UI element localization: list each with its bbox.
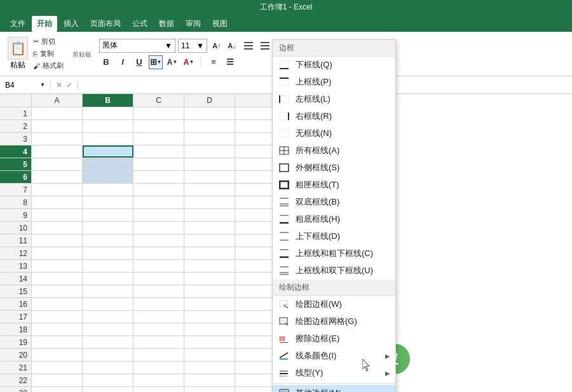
row-num-1[interactable]: 1 — [0, 107, 32, 119]
cell-D21[interactable] — [184, 362, 235, 374]
row-num-17[interactable]: 17 — [0, 311, 32, 323]
tab-view[interactable]: 视图 — [207, 16, 233, 32]
cell-D10[interactable] — [184, 222, 235, 234]
row-num-23[interactable]: 23 — [0, 387, 32, 392]
cell-C11[interactable] — [133, 234, 184, 247]
cell-B14[interactable] — [83, 273, 133, 285]
fill-color-button[interactable]: A ▼ — [165, 55, 179, 69]
cell-A6[interactable] — [32, 171, 83, 183]
cell-D1[interactable] — [184, 107, 235, 119]
cell-C2[interactable] — [133, 120, 184, 132]
cell-C4[interactable] — [133, 145, 184, 158]
font-name-dropdown[interactable]: 黑体 ▼ — [99, 39, 175, 53]
cell-A12[interactable] — [32, 247, 83, 259]
cell-C13[interactable] — [133, 260, 184, 272]
align-center-button[interactable]: ☰ — [223, 55, 237, 69]
all-borders-item[interactable]: 所有框线(A) — [273, 142, 395, 159]
cell-D8[interactable] — [184, 196, 235, 208]
cell-D23[interactable] — [184, 387, 235, 392]
cell-C19[interactable] — [133, 336, 184, 348]
row-num-15[interactable]: 15 — [0, 285, 32, 297]
row-num-7[interactable]: 7 — [0, 184, 32, 196]
cell-A19[interactable] — [32, 336, 83, 348]
top-thick-bottom-border-item[interactable]: 上框线和粗下框线(C) — [273, 245, 395, 262]
row-num-20[interactable]: 20 — [0, 349, 32, 361]
cell-C12[interactable] — [133, 247, 184, 259]
cell-A9[interactable] — [32, 209, 83, 221]
row-num-6[interactable]: 6 — [0, 171, 32, 183]
cell-D17[interactable] — [184, 311, 235, 323]
row-num-2[interactable]: 2 — [0, 120, 32, 132]
cell-D9[interactable] — [184, 209, 235, 221]
cell-C23[interactable] — [133, 387, 184, 392]
cell-D4[interactable] — [184, 145, 235, 158]
cell-B3[interactable] — [83, 133, 133, 145]
cell-A15[interactable] — [32, 285, 83, 297]
border-dropdown-arrow[interactable]: ▼ — [157, 59, 162, 65]
row-num-10[interactable]: 10 — [0, 222, 32, 234]
cell-C15[interactable] — [133, 285, 184, 297]
tab-home[interactable]: 开始 — [32, 16, 57, 32]
decrease-font-button[interactable]: A↓ — [225, 39, 239, 53]
fill-dropdown-arrow[interactable]: ▼ — [172, 59, 177, 65]
menu-lines-button2[interactable] — [258, 39, 272, 53]
thick-box-border-item[interactable]: 粗匣框线(T) — [273, 177, 395, 194]
left-border-item[interactable]: 左框线(L) — [273, 91, 395, 108]
right-border-item[interactable]: 右框线(R) — [273, 108, 395, 125]
copy-button[interactable]: ⎘ 复制 — [32, 48, 65, 59]
cell-A13[interactable] — [32, 260, 83, 272]
cell-B16[interactable] — [83, 298, 133, 310]
row-num-13[interactable]: 13 — [0, 260, 32, 272]
top-border-item[interactable]: 上框线(P) — [273, 74, 395, 91]
tab-insert[interactable]: 插入 — [58, 16, 84, 32]
cell-B4[interactable] — [83, 145, 133, 158]
cell-B2[interactable] — [83, 120, 133, 132]
italic-button[interactable]: I — [116, 55, 130, 69]
col-header-C[interactable]: C — [133, 94, 184, 107]
align-left-button[interactable]: ≡ — [207, 55, 221, 69]
thick-bottom-border-item[interactable]: 粗底框线(H) — [273, 211, 395, 228]
col-header-A[interactable]: A — [32, 94, 83, 107]
cell-D16[interactable] — [184, 298, 235, 310]
cell-D19[interactable] — [184, 336, 235, 348]
cell-B19[interactable] — [83, 336, 133, 348]
no-border-item[interactable]: 无框线(N) — [273, 125, 395, 142]
row-num-12[interactable]: 12 — [0, 247, 32, 259]
cell-A5[interactable] — [32, 158, 83, 170]
row-num-5[interactable]: 5 — [0, 158, 32, 170]
cell-A22[interactable] — [32, 374, 83, 386]
row-num-3[interactable]: 3 — [0, 133, 32, 145]
cell-A11[interactable] — [32, 234, 83, 247]
cell-D11[interactable] — [184, 234, 235, 247]
cell-D6[interactable] — [184, 171, 235, 183]
paste-button[interactable]: 📋 粘贴 — [5, 36, 31, 71]
cell-A4[interactable] — [32, 145, 83, 158]
row-num-8[interactable]: 8 — [0, 196, 32, 208]
font-color-button[interactable]: A ▼ — [182, 55, 196, 69]
cell-D14[interactable] — [184, 273, 235, 285]
confirm-icon[interactable]: ✓ — [66, 81, 72, 90]
cell-B12[interactable] — [83, 247, 133, 259]
underline-button[interactable]: U — [132, 55, 146, 69]
cell-C9[interactable] — [133, 209, 184, 221]
tab-file[interactable]: 文件 — [5, 16, 31, 32]
cell-B1[interactable] — [83, 107, 133, 119]
cell-A7[interactable] — [32, 184, 83, 196]
cell-C16[interactable] — [133, 298, 184, 310]
cell-B7[interactable] — [83, 184, 133, 196]
draw-border-item[interactable]: 绘图边框(W) — [273, 296, 395, 313]
cell-B22[interactable] — [83, 374, 133, 386]
increase-font-button[interactable]: A↑ — [210, 39, 224, 53]
cell-B20[interactable] — [83, 349, 133, 361]
outside-borders-item[interactable]: 外侧框线(S) — [273, 159, 395, 177]
cell-B5[interactable] — [83, 158, 133, 170]
cell-D22[interactable] — [184, 374, 235, 386]
cell-C3[interactable] — [133, 133, 184, 145]
menu-lines-button[interactable] — [242, 39, 255, 53]
row-num-9[interactable]: 9 — [0, 209, 32, 221]
cell-D20[interactable] — [184, 349, 235, 361]
cell-C6[interactable] — [133, 171, 184, 183]
cell-C5[interactable] — [133, 158, 184, 170]
more-borders-item[interactable]: 其他边框(M)... — [273, 385, 395, 392]
cell-A14[interactable] — [32, 273, 83, 285]
